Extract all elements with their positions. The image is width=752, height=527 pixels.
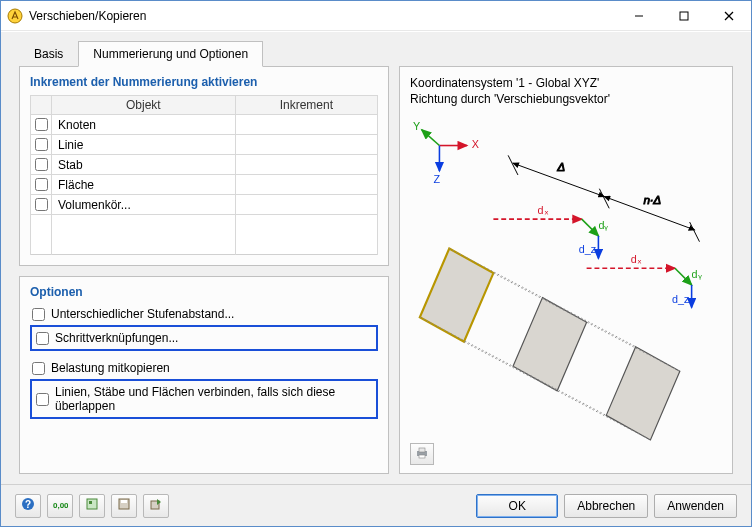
preview-line2: Richtung durch 'Verschiebungsvektor' [410,92,610,106]
option-label: Schrittverknüpfungen... [55,331,178,345]
svg-marker-17 [513,298,587,391]
original-shape [420,249,494,342]
svg-marker-21 [606,347,680,440]
axis-gizmo: X Y Z [413,120,479,185]
option-copy-loads: Belastung mitkopieren [30,359,378,377]
close-button[interactable] [706,1,751,31]
delta-label: Δ [556,160,565,173]
dx-label-1: dₓ [538,205,549,217]
preview-group: Koordinatensystem '1 - Global XYZ' Richt… [399,66,733,474]
dz-label-1: d_z [579,244,596,256]
table-row: Fläche [31,175,378,195]
svg-rect-27 [419,448,425,452]
check-connect-overlap[interactable] [36,393,49,406]
row-label[interactable]: Stab [52,155,236,175]
settings-icon [85,497,99,514]
units-icon: 0,00 [52,497,68,514]
preview-text: Koordinatensystem '1 - Global XYZ' Richt… [410,75,724,107]
right-panel: Koordinatensystem '1 - Global XYZ' Richt… [399,66,733,474]
col-object: Objekt [52,96,236,115]
increment-group: Inkrement der Nummerierung aktivieren Ob… [19,66,389,266]
tab-numbering[interactable]: Nummerierung und Optionen [78,41,263,67]
row-increment[interactable] [235,115,377,135]
content-area: Basis Nummerierung und Optionen Inkremen… [1,31,751,484]
axis-y-label: Y [413,120,420,132]
ok-button[interactable]: OK [476,494,558,518]
copy-shape-2 [606,347,680,440]
svg-line-19 [675,269,692,286]
table-header-row: Objekt Inkrement [31,96,378,115]
left-panel: Inkrement der Nummerierung aktivieren Ob… [19,66,389,474]
tab-basis[interactable]: Basis [19,41,78,67]
svg-rect-35 [121,500,127,503]
option-connect-overlap: Linien, Stäbe und Flächen verbinden, fal… [34,383,374,415]
check-copy-loads[interactable] [32,362,45,375]
highlight-connect: Linien, Stäbe und Flächen verbinden, fal… [30,379,378,419]
highlight-step-links: Schrittverknüpfungen... [30,325,378,351]
units-button[interactable]: 0,00 [47,494,73,518]
load-icon [149,497,163,514]
delta-arrows-2: dₓ dᵧ d_z [587,254,702,308]
svg-line-10 [508,156,518,176]
dx-label-2: dₓ [631,254,642,266]
app-icon [7,8,23,24]
dialog-body: Inkrement der Nummerierung aktivieren Ob… [1,66,751,484]
save-icon [117,497,131,514]
svg-line-6 [422,130,440,146]
preview-diagram: X Y Z Δ n·Δ [410,113,724,443]
option-label: Belastung mitkopieren [51,361,170,375]
dy-label-1: dᵧ [598,219,608,231]
printer-icon [415,446,429,463]
svg-line-11 [599,189,609,209]
row-check-knoten[interactable] [35,118,48,131]
check-step-distance[interactable] [32,308,45,321]
table-row: Volumenkör... [31,195,378,215]
svg-rect-28 [419,455,425,458]
row-increment[interactable] [235,195,377,215]
cancel-button[interactable]: Abbrechen [564,494,648,518]
row-check-flaeche[interactable] [35,178,48,191]
save-config-button[interactable] [111,494,137,518]
window-title: Verschieben/Kopieren [29,9,616,23]
row-label[interactable]: Linie [52,135,236,155]
maximize-button[interactable] [661,1,706,31]
svg-line-15 [582,220,599,237]
option-label: Unterschiedlicher Stufenabstand... [51,307,234,321]
check-step-links[interactable] [36,332,49,345]
row-label[interactable]: Volumenkör... [52,195,236,215]
svg-rect-33 [89,501,92,504]
preview-print-button[interactable] [410,443,434,465]
preview-line1: Koordinatensystem '1 - Global XYZ' [410,76,599,90]
table-row: Knoten [31,115,378,135]
row-increment[interactable] [235,175,377,195]
dialog-footer: ? 0,00 OK Abbrechen Anwenden [1,484,751,526]
settings-button[interactable] [79,494,105,518]
option-step-distance: Unterschiedlicher Stufenabstand... [30,305,378,323]
svg-text:0,00: 0,00 [53,501,68,510]
table-row: Linie [31,135,378,155]
help-button[interactable]: ? [15,494,41,518]
table-row: Stab [31,155,378,175]
row-check-stab[interactable] [35,158,48,171]
row-check-linie[interactable] [35,138,48,151]
option-step-links: Schrittverknüpfungen... [34,329,374,347]
row-label[interactable]: Knoten [52,115,236,135]
option-label: Linien, Stäbe und Flächen verbinden, fal… [55,385,374,413]
minimize-button[interactable] [616,1,661,31]
copy-shape-1 [513,298,587,391]
delta-arrows-1: dₓ dᵧ d_z [493,205,608,259]
row-label[interactable]: Fläche [52,175,236,195]
titlebar: Verschieben/Kopieren [1,1,751,31]
options-group-title: Optionen [30,285,378,299]
row-check-volumen[interactable] [35,198,48,211]
row-increment[interactable] [235,135,377,155]
dz-label-2: d_z [672,293,689,305]
col-check [31,96,52,115]
row-increment[interactable] [235,155,377,175]
help-icon: ? [21,497,35,514]
load-config-button[interactable] [143,494,169,518]
ndelta-label: n·Δ [644,194,662,207]
apply-button[interactable]: Anwenden [654,494,737,518]
svg-text:?: ? [25,499,31,510]
svg-rect-2 [680,12,688,20]
